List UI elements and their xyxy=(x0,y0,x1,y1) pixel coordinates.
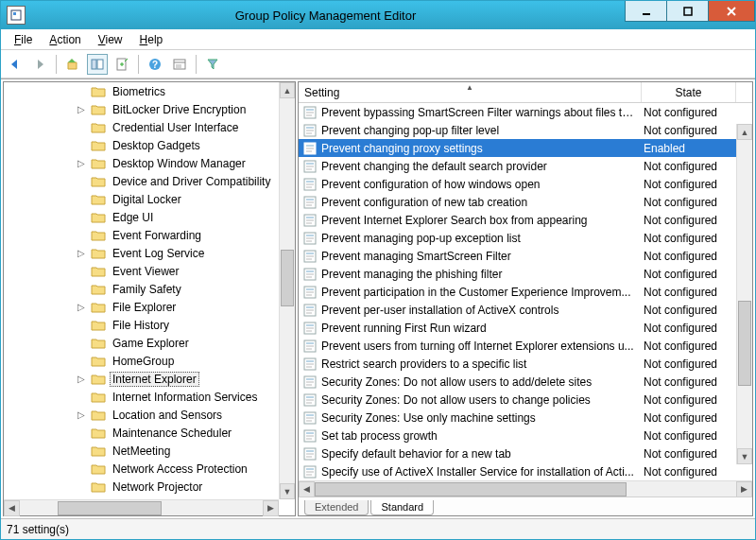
up-button[interactable] xyxy=(62,54,83,75)
list-item[interactable]: Set tab process growthNot configured xyxy=(299,427,736,444)
maximize-button[interactable] xyxy=(666,1,709,22)
scroll-right-icon[interactable]: ▶ xyxy=(736,481,752,497)
tree-item-label: Internet Information Services xyxy=(110,390,260,405)
list-item[interactable]: Prevent changing the default search prov… xyxy=(299,157,736,175)
list-item[interactable]: Prevent Internet Explorer Search box fro… xyxy=(299,211,736,229)
tab-standard[interactable]: Standard xyxy=(370,500,434,515)
tree-item[interactable]: Event Forwarding xyxy=(4,226,279,244)
tree-vertical-scrollbar[interactable]: ▲ ▼ xyxy=(279,82,295,499)
expander-icon[interactable]: ▷ xyxy=(76,104,87,114)
menu-view[interactable]: View xyxy=(91,31,130,48)
titlebar[interactable]: Group Policy Management Editor xyxy=(1,1,755,29)
tree-view[interactable]: Biometrics▷BitLocker Drive EncryptionCre… xyxy=(4,82,295,515)
properties-button[interactable] xyxy=(169,54,190,75)
folder-icon xyxy=(91,175,106,188)
column-setting[interactable]: Setting ▲ xyxy=(299,82,642,102)
tree-item[interactable]: Edge UI xyxy=(4,208,279,226)
list-item[interactable]: Prevent configuration of new tab creatio… xyxy=(299,193,736,211)
list-horizontal-scrollbar[interactable]: ◀ ▶ xyxy=(299,480,752,496)
setting-icon xyxy=(302,375,318,390)
list-header: Setting ▲ State xyxy=(299,82,752,103)
filter-button[interactable] xyxy=(202,54,223,75)
tree-item[interactable]: Game Explorer xyxy=(4,334,279,352)
scroll-left-icon[interactable]: ◀ xyxy=(299,481,315,497)
column-state[interactable]: State xyxy=(642,82,736,102)
scroll-right-icon[interactable]: ▶ xyxy=(263,500,279,516)
folder-icon xyxy=(91,373,106,386)
tree-horizontal-scrollbar[interactable]: ◀ ▶ xyxy=(4,499,279,515)
tree-item[interactable]: Digital Locker xyxy=(4,190,279,208)
setting-state: Not configured xyxy=(642,214,736,227)
scroll-up-icon[interactable]: ▲ xyxy=(737,124,752,140)
menu-file[interactable]: File xyxy=(7,31,40,48)
list-item[interactable]: Prevent participation in the Customer Ex… xyxy=(299,283,736,301)
list-item[interactable]: Prevent running First Run wizardNot conf… xyxy=(299,319,736,337)
expander-icon[interactable]: ▷ xyxy=(76,248,87,258)
scroll-down-icon[interactable]: ▼ xyxy=(280,483,295,499)
list-item[interactable]: Prevent managing the phishing filterNot … xyxy=(299,265,736,283)
tree-item[interactable]: ▷Event Log Service xyxy=(4,244,279,262)
show-hide-tree-button[interactable] xyxy=(87,54,108,75)
menu-action[interactable]: Action xyxy=(42,31,88,48)
tree-item-label: Edge UI xyxy=(110,210,156,225)
folder-icon xyxy=(91,409,106,422)
tree-item[interactable]: File History xyxy=(4,316,279,334)
tree-item[interactable]: Network Projector xyxy=(4,478,279,496)
tree-item[interactable]: ▷Location and Sensors xyxy=(4,406,279,424)
setting-icon xyxy=(302,195,318,210)
menubar: File Action View Help xyxy=(1,29,755,50)
setting-state: Not configured xyxy=(642,393,736,407)
toolbar-sep xyxy=(138,55,139,74)
expander-icon[interactable]: ▷ xyxy=(76,158,87,168)
tree-item[interactable]: Credential User Interface xyxy=(4,118,279,136)
list-item[interactable]: Prevent users from turning off Internet … xyxy=(299,337,736,355)
tree-item[interactable]: Internet Information Services xyxy=(4,388,279,406)
tree-item[interactable]: ▷Desktop Window Manager xyxy=(4,154,279,172)
back-button[interactable] xyxy=(5,54,26,75)
minimize-button[interactable] xyxy=(625,1,667,22)
list-item[interactable]: Security Zones: Do not allow users to ch… xyxy=(299,391,736,409)
expander-icon[interactable]: ▷ xyxy=(76,409,87,420)
tree-item[interactable]: Maintenance Scheduler xyxy=(4,424,279,442)
list-vertical-scrollbar[interactable]: ▲ ▼ xyxy=(736,124,752,464)
setting-icon xyxy=(302,392,318,408)
list-item[interactable]: Prevent bypassing SmartScreen Filter war… xyxy=(299,103,736,121)
tree-item[interactable]: Event Viewer xyxy=(4,262,279,280)
list-item[interactable]: Specify use of ActiveX Installer Service… xyxy=(299,462,736,480)
setting-state: Not configured xyxy=(642,411,736,425)
tree-item[interactable]: ▷BitLocker Drive Encryption xyxy=(4,100,279,118)
tree-item[interactable]: Desktop Gadgets xyxy=(4,136,279,154)
tree-item-label: Event Viewer xyxy=(110,264,181,279)
tree-item[interactable]: NetMeeting xyxy=(4,442,279,460)
tab-extended[interactable]: Extended xyxy=(304,500,369,515)
list-item[interactable]: Prevent configuration of how windows ope… xyxy=(299,175,736,193)
list-item[interactable]: Prevent managing pop-up exception listNo… xyxy=(299,229,736,247)
list-item[interactable]: Prevent changing proxy settingsEnabled xyxy=(299,139,736,157)
expander-icon[interactable]: ▷ xyxy=(76,302,87,312)
list-item[interactable]: Prevent per-user installation of ActiveX… xyxy=(299,301,736,319)
settings-list[interactable]: Prevent bypassing SmartScreen Filter war… xyxy=(299,103,752,480)
tree-item[interactable]: Device and Driver Compatibility xyxy=(4,172,279,190)
scroll-up-icon[interactable]: ▲ xyxy=(280,82,295,98)
list-item[interactable]: Restrict search providers to a specific … xyxy=(299,355,736,373)
tree-item[interactable]: Biometrics xyxy=(4,82,279,100)
scroll-left-icon[interactable]: ◀ xyxy=(4,500,20,516)
tree-item[interactable]: ▷File Explorer xyxy=(4,298,279,316)
list-item[interactable]: Prevent managing SmartScreen FilterNot c… xyxy=(299,247,736,265)
setting-icon xyxy=(302,177,318,192)
help-button[interactable]: ? xyxy=(145,54,165,75)
list-item[interactable]: Prevent changing pop-up filter levelNot … xyxy=(299,121,736,139)
expander-icon[interactable]: ▷ xyxy=(76,374,87,384)
scroll-down-icon[interactable]: ▼ xyxy=(737,448,752,464)
list-item[interactable]: Security Zones: Do not allow users to ad… xyxy=(299,373,736,391)
tree-item[interactable]: Network Access Protection xyxy=(4,460,279,478)
forward-button[interactable] xyxy=(29,54,50,75)
tree-item[interactable]: Family Safety xyxy=(4,280,279,298)
list-item[interactable]: Security Zones: Use only machine setting… xyxy=(299,409,736,427)
export-button[interactable] xyxy=(112,54,132,75)
tree-item[interactable]: ▷Internet Explorer xyxy=(4,370,279,388)
list-item[interactable]: Specify default behavior for a new tabNo… xyxy=(299,444,736,462)
tree-item[interactable]: HomeGroup xyxy=(4,352,279,370)
menu-help[interactable]: Help xyxy=(132,31,171,48)
close-button[interactable] xyxy=(708,1,755,22)
